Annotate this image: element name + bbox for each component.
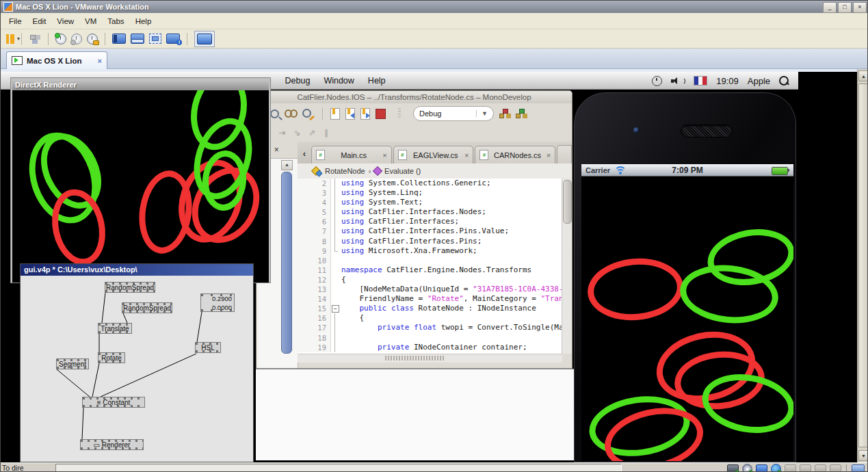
type-hierarchy-icon[interactable] (516, 109, 527, 118)
folder-icon[interactable] (815, 464, 826, 472)
show-sidebar-icon[interactable] (112, 34, 126, 44)
code-text: namespace CatFlier.Engine.Nodes.Transfor… (340, 265, 531, 275)
ios-app-screen[interactable] (581, 176, 793, 461)
menubar-clock[interactable]: 19:09 (716, 76, 739, 86)
hdd-icon[interactable] (727, 464, 739, 472)
bookmark-new-icon[interactable] (330, 108, 340, 120)
vmware-menu-file[interactable]: File (3, 15, 27, 27)
spotlight-icon[interactable] (779, 76, 789, 86)
pad-scrollbar[interactable] (281, 172, 292, 354)
tab-close-icon[interactable]: × (547, 151, 551, 159)
fold-margin (331, 294, 340, 304)
sound-icon[interactable] (771, 464, 781, 472)
chevron-down-icon[interactable]: ▼ (476, 110, 488, 117)
close-button[interactable]: × (853, 2, 867, 13)
editor-vertical-scrollbar[interactable] (562, 179, 572, 354)
find-in-files-icon[interactable] (285, 108, 297, 119)
vvvv-patch-canvas[interactable]: 0.29000.0000 RandomSpreadRandomSpreadTra… (21, 264, 253, 462)
vvvv-node-segment[interactable]: Segment (56, 358, 89, 369)
network-icon[interactable] (756, 464, 767, 472)
camera-icon[interactable] (785, 464, 796, 472)
flag-fr-icon[interactable] (694, 76, 707, 86)
snapshot-manager-icon[interactable] (87, 34, 98, 44)
scrollbar-thumb[interactable] (858, 83, 868, 447)
scroll-up-icon[interactable]: ▲ (858, 70, 868, 81)
monodevelop-titlebar[interactable]: CatFlier.Nodes.IOS – ../Transforms/Rotat… (257, 91, 572, 103)
vmware-menu-edit[interactable]: Edit (27, 15, 52, 27)
vvvv-node-hsl[interactable]: HSL (195, 342, 221, 353)
tab-close-icon[interactable]: × (464, 151, 469, 159)
fullscreen-stretch-icon[interactable] (149, 34, 161, 44)
scrollbar-thumb[interactable] (563, 180, 572, 224)
printer-icon[interactable] (800, 464, 811, 472)
tab-carnodes.cs[interactable]: #CARNodes.cs× (475, 146, 555, 163)
directx-renderer-titlebar[interactable]: DirectX Renderer (12, 79, 269, 90)
vvvv-node-renderer[interactable]: ▭ Renderer (80, 439, 144, 450)
message-icon[interactable] (852, 464, 865, 472)
active-toolbar-frame[interactable] (194, 31, 215, 47)
vm-tab-close-icon[interactable]: × (98, 57, 102, 65)
mac-menu-window[interactable]: Window (324, 76, 354, 86)
vvvv-node-iobox[interactable]: 0.29000.0000 (200, 293, 235, 312)
vmware-menu-view[interactable]: View (51, 15, 79, 27)
scrollbar-thumb[interactable] (385, 356, 444, 360)
code-line: 12{ (298, 275, 564, 285)
find-replace-icon[interactable] (302, 108, 315, 119)
vmware-titlebar[interactable]: Mac OS X Lion - VMware Workstation _ □ × (1, 1, 868, 13)
directx-render-canvas (12, 90, 269, 283)
time-machine-icon[interactable] (652, 76, 662, 86)
pad-close-icon[interactable]: × (274, 145, 279, 155)
editor-tabbar: ‹ #Main.cs×#EAGLView.cs×#CARNodes.cs× (298, 142, 572, 164)
vvvv-node-rotate[interactable]: Rotate (98, 352, 125, 363)
configuration-select[interactable]: Debug▼ (413, 106, 494, 121)
partial-tab[interactable] (557, 145, 572, 163)
vvvv-node-randomspread[interactable]: RandomSpread (105, 282, 155, 293)
search-icon[interactable] (270, 109, 279, 118)
pad-scroll-up-button[interactable]: ▲ (281, 160, 293, 170)
volume-icon[interactable] (671, 77, 685, 86)
code-editor[interactable]: 2using System.Collections.Generic;3using… (298, 179, 564, 354)
iobox-value: 0.0000 (201, 303, 232, 312)
vmware-menu-help[interactable]: Help (130, 15, 157, 27)
fold-margin (331, 188, 340, 198)
vmware-menu-tabs[interactable]: Tabs (102, 15, 129, 27)
maximize-button[interactable]: □ (838, 2, 852, 13)
bookmark-clear-icon[interactable] (376, 109, 386, 119)
revert-snapshot-icon[interactable] (71, 34, 82, 44)
vvvv-node-translate[interactable]: Translate (98, 323, 132, 334)
vm-power-icon[interactable] (6, 34, 14, 44)
tab-eaglview.cs[interactable]: #EAGLView.cs× (393, 146, 474, 163)
vm-tab-mac-os-x-lion[interactable]: Mac OS X Lion × (6, 51, 107, 69)
tab-close-icon[interactable]: × (382, 151, 386, 159)
breadcrumb-method[interactable]: Evaluate () (384, 167, 421, 175)
show-console-icon[interactable] (131, 34, 144, 44)
monodevelop-debug-toolbar: ◉⇥⇘⇗∥ (263, 124, 469, 142)
code-line: 18 (298, 333, 564, 343)
line-number: 7 (298, 226, 331, 236)
class-hierarchy-icon[interactable] (499, 109, 510, 118)
mac-menu-help[interactable]: Help (368, 76, 386, 86)
cd-icon[interactable] (742, 464, 752, 472)
editor-horizontal-scrollbar[interactable] (298, 354, 562, 363)
unity-icon[interactable] (166, 34, 180, 44)
vm-vertical-scrollbar[interactable]: ▲ ▼ (857, 69, 868, 462)
mac-menu-debug[interactable]: Debug (285, 76, 311, 86)
take-snapshot-icon[interactable] (55, 34, 66, 44)
input-source-label[interactable]: Apple (748, 76, 770, 86)
bookmark-prev-icon[interactable] (345, 108, 355, 120)
vvvv-titlebar[interactable]: gui.v4p * C:\Users\vux\Desktop\ (21, 264, 253, 276)
snapshot-blocks-icon[interactable] (29, 34, 41, 44)
vvvv-node-constant[interactable]: ≡ Constant (82, 397, 145, 408)
usb-icon[interactable] (830, 464, 841, 472)
scroll-down-icon[interactable]: ▼ (858, 450, 868, 461)
bookmark-next-icon[interactable] (360, 108, 370, 120)
fold-margin[interactable] (331, 304, 340, 313)
tab-scroll-left-icon[interactable]: ‹ (299, 146, 310, 162)
breadcrumb-class[interactable]: RotateNode (325, 167, 365, 175)
vmware-menu-vm[interactable]: VM (79, 15, 102, 27)
minimize-button[interactable]: _ (823, 2, 837, 13)
vvvv-node-randomspread[interactable]: RandomSpread (122, 302, 172, 313)
tab-main.cs[interactable]: #Main.cs× (311, 146, 392, 163)
fold-margin (331, 265, 340, 275)
fullscreen-monitor-icon[interactable] (197, 34, 212, 44)
